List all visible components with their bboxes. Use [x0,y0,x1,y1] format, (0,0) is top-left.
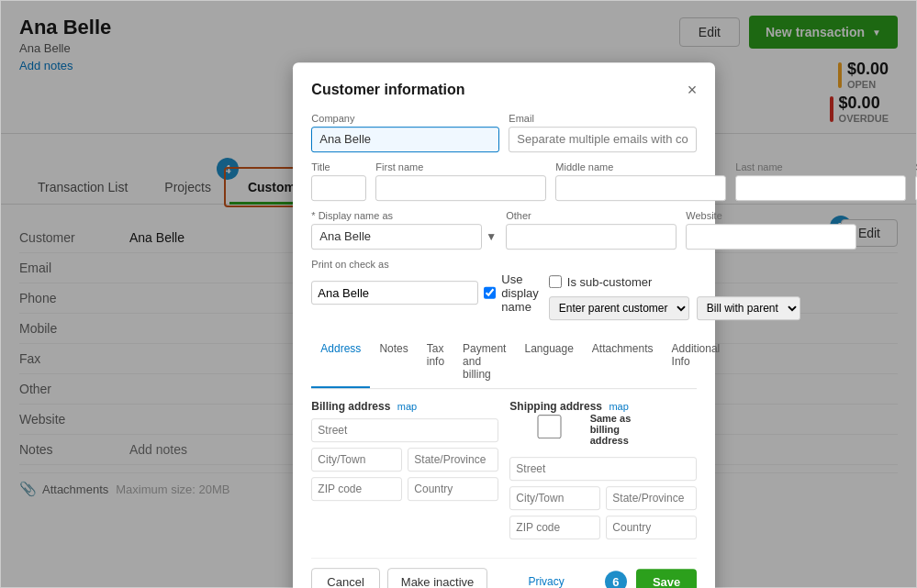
bill-with-parent-select[interactable]: Bill with parent [697,296,800,320]
company-email-row: Company Email [311,113,697,152]
billing-address-col: Billing address map [311,400,498,545]
same-as-billing-checkbox[interactable] [515,415,583,438]
display-other-row: * Display name as ▼ Other Website [311,210,697,250]
modal-header: Customer information × [311,81,697,100]
billing-country-input[interactable] [408,477,498,501]
email-input[interactable] [509,127,697,152]
other-input[interactable] [506,224,677,250]
is-sub-customer-checkbox[interactable] [549,275,562,288]
use-display-name-checkbox[interactable] [484,286,496,299]
cancel-button[interactable]: Cancel [311,568,379,588]
address-section: Billing address map Shipping address map [311,400,697,545]
first-name-group: First name [375,161,546,201]
middle-name-group: Middle name [555,161,726,201]
modal-tab-attachments[interactable]: Attachments [583,337,663,388]
last-name-label: Last name [735,161,906,172]
company-label: Company [311,113,499,124]
middle-name-input[interactable] [555,175,726,201]
billing-map-link[interactable]: map [397,401,417,412]
modal-tab-address[interactable]: Address [311,337,370,388]
modal-tab-language[interactable]: Language [515,337,582,388]
customer-information-modal: Customer information × Company Email Tit… [293,62,715,588]
company-input[interactable] [311,127,499,152]
email-group: Email [509,113,697,152]
shipping-street-input[interactable] [509,457,697,481]
print-on-check-label: Print on check as [311,259,539,270]
display-name-label: * Display name as [311,210,497,221]
save-button[interactable]: Save [636,569,697,588]
middle-name-label: Middle name [555,161,726,172]
use-display-name-label: Use display name [501,272,539,314]
is-sub-customer-label: Is sub-customer [567,275,652,289]
last-name-input[interactable] [735,175,906,201]
shipping-city-input[interactable] [509,486,600,510]
sub-customer-selects: Enter parent customer Bill with parent [549,296,800,320]
email-label: Email [509,113,697,124]
modal-tab-tax-info[interactable]: Tax info [418,337,453,388]
billing-zip-country-row [311,477,498,506]
shipping-state-input[interactable] [606,486,697,510]
billing-street-input[interactable] [311,418,498,442]
enter-parent-customer-select[interactable]: Enter parent customer [549,296,689,320]
other-label: Other [506,210,677,221]
last-name-group: Last name [735,161,906,201]
other-group: Other [506,210,677,250]
company-group: Company [311,113,499,152]
shipping-zip-input[interactable] [509,516,600,539]
website-group: Website [686,210,856,250]
step6-badge: 6 [605,571,627,588]
title-label: Title [311,161,366,172]
shipping-city-state-row [509,486,697,516]
title-group: Title [311,161,366,201]
modal-footer: Cancel Make inactive Privacy 6 Save [311,558,697,588]
main-container: Ana Belle Ana Belle Add notes Edit New t… [0,0,917,588]
display-name-dropdown-icon: ▼ [486,230,497,243]
modal-tabs: Address Notes Tax info Payment and billi… [311,337,697,389]
modal-close-button[interactable]: × [688,81,698,100]
website-input[interactable] [686,224,856,250]
first-name-label: First name [375,161,546,172]
billing-address-header: Billing address map [311,400,498,413]
modal-tab-additional-info[interactable]: Additional Info [663,337,730,388]
title-input[interactable] [311,175,366,201]
shipping-map-link[interactable]: map [609,401,628,412]
modal-footer-right: 6 Save [605,569,697,588]
first-name-input[interactable] [375,175,546,201]
privacy-link[interactable]: Privacy [528,575,564,588]
display-name-input[interactable] [311,224,482,250]
make-inactive-button[interactable]: Make inactive [387,568,487,588]
name-row: Title First name Middle name Last name S… [311,161,697,201]
billing-state-input[interactable] [408,448,498,472]
modal-footer-left: Cancel Make inactive [311,568,487,588]
use-display-name-row: Use display name [311,272,539,314]
billing-city-state-row [311,448,498,477]
billing-city-input[interactable] [311,448,402,472]
print-sub-row: Print on check as Use display name Is su… [311,259,697,327]
modal-tab-payment-billing[interactable]: Payment and billing [453,337,515,388]
modal-tab-notes[interactable]: Notes [370,337,417,388]
is-sub-customer-row: Is sub-customer [549,275,800,289]
shipping-country-input[interactable] [606,516,697,539]
same-as-billing-label: Same as billing address [590,413,649,446]
billing-zip-input[interactable] [311,477,402,501]
shipping-address-col: Shipping address map Same as billing add… [509,400,697,545]
print-on-check-input[interactable] [311,281,478,305]
website-label: Website [686,210,856,221]
shipping-address-header: Shipping address map Same as billing add… [509,400,697,451]
display-name-group: * Display name as ▼ [311,210,497,250]
shipping-zip-country-row [509,516,697,545]
modal-title: Customer information [311,82,464,98]
